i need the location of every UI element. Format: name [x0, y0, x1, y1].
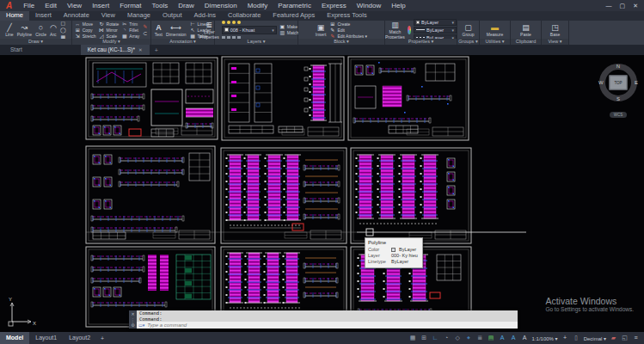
- command-options-icon[interactable]: ▭▾: [138, 322, 144, 328]
- annotation-scale-value[interactable]: 1:1/100% ▾: [532, 335, 558, 341]
- menu-help[interactable]: Help: [386, 0, 410, 11]
- menu-draw[interactable]: Draw: [173, 0, 199, 11]
- isodraft-icon[interactable]: ◇: [454, 332, 462, 344]
- circle-tool[interactable]: ○Circle: [35, 23, 46, 37]
- annotation-scale-icon[interactable]: A: [521, 332, 529, 344]
- menu-dimension[interactable]: Dimension: [199, 0, 242, 11]
- grid-icon[interactable]: ▦: [409, 332, 417, 344]
- viewcube-east[interactable]: E: [635, 80, 638, 85]
- close-command-icon[interactable]: ✕: [131, 311, 134, 316]
- panel-label-clipboard[interactable]: Clipboard: [511, 39, 541, 45]
- tab-home[interactable]: Home: [0, 11, 29, 21]
- autocad-logo[interactable]: A: [0, 0, 18, 11]
- close-icon[interactable]: ✕: [633, 3, 638, 9]
- panel-label-utilities[interactable]: Utilities ▾: [480, 39, 510, 45]
- create-block-tool[interactable]: ⊞Create: [329, 22, 367, 27]
- graphics-performance-icon[interactable]: ▰: [610, 332, 617, 344]
- menu-insert[interactable]: Insert: [87, 0, 114, 11]
- trim-tool[interactable]: ✂Trim: [121, 22, 139, 27]
- layout1-tab[interactable]: Layout1: [29, 332, 63, 344]
- layer-dropdown[interactable]: 008 - Khuat ▾: [222, 26, 277, 34]
- panel-label-draw[interactable]: Draw ▾: [0, 39, 71, 45]
- annotation-visibility-icon[interactable]: A: [499, 332, 506, 344]
- panel-label-modify[interactable]: Modify ▾: [72, 39, 150, 45]
- file-tab-start[interactable]: Start: [3, 45, 29, 55]
- snap-icon[interactable]: ⊞: [420, 332, 428, 344]
- panel-label-block[interactable]: Block ▾: [298, 39, 384, 45]
- scale-tool[interactable]: ◿Scale: [99, 34, 120, 39]
- viewcube-top-face[interactable]: TOP: [610, 76, 628, 90]
- dimension-tool[interactable]: ⟷Dimension: [166, 23, 187, 37]
- command-window[interactable]: ✕ ⋮ ⚙ Command: Command: ▭▾ Type a comman…: [129, 310, 518, 329]
- fillet-tool[interactable]: ◝Fillet: [121, 28, 139, 33]
- copy-tool[interactable]: ⊞Copy: [75, 28, 96, 33]
- annotation-autoscale-icon[interactable]: A: [510, 332, 518, 344]
- lineweight-icon[interactable]: ≣: [476, 332, 484, 344]
- panel-label-layers[interactable]: Layers ▾: [215, 39, 297, 45]
- minimize-icon[interactable]: —: [606, 3, 612, 9]
- panel-label-view[interactable]: View ▾: [542, 39, 568, 45]
- polyline-tool[interactable]: ↝Polyline: [17, 23, 33, 37]
- tab-addins[interactable]: Add-ins: [188, 11, 222, 21]
- measure-tool[interactable]: ▬Measure: [487, 23, 503, 37]
- new-drawing-icon[interactable]: +: [155, 46, 158, 55]
- stretch-tool[interactable]: ⇲Stretch: [75, 34, 96, 39]
- isolate-objects-icon[interactable]: ▯: [573, 332, 580, 344]
- menu-edit[interactable]: Edit: [40, 0, 62, 11]
- insert-tool[interactable]: ▣Insert: [316, 23, 327, 37]
- ortho-icon[interactable]: ∟: [432, 332, 439, 344]
- erase-icon[interactable]: ✎: [142, 23, 148, 29]
- layer-properties-tool[interactable]: ≣ LayerProperties: [199, 21, 219, 40]
- tab-express-tools[interactable]: Express Tools: [321, 11, 373, 21]
- tab-view[interactable]: View: [95, 11, 121, 21]
- customization-icon[interactable]: ≡: [632, 332, 640, 344]
- drawing-canvas[interactable]: YX N S W E TOP WCS Activate Windows Go t…: [0, 55, 644, 332]
- menu-tools[interactable]: Tools: [146, 0, 173, 11]
- ellipse-icon[interactable]: ◯: [60, 27, 66, 33]
- selection-cycling-icon[interactable]: ▤: [488, 332, 495, 344]
- color-wheel-icon[interactable]: [408, 26, 411, 34]
- line-tool[interactable]: ╱Line: [5, 23, 13, 37]
- viewcube[interactable]: N S W E TOP WCS: [598, 57, 639, 120]
- panel-label-properties[interactable]: Properties ▾: [385, 39, 457, 45]
- restore-icon[interactable]: ▢: [620, 3, 626, 9]
- close-tab-icon[interactable]: ✕: [138, 46, 143, 53]
- layer-state-icons[interactable]: [222, 21, 277, 24]
- layout2-tab[interactable]: Layout2: [63, 332, 96, 344]
- new-layout-icon[interactable]: +: [96, 335, 108, 341]
- file-tab-drawing[interactable]: Ket cau (KC-1...S)* ✕: [81, 45, 150, 55]
- menu-file[interactable]: File: [18, 0, 40, 11]
- menu-express[interactable]: Express: [316, 0, 352, 11]
- tab-featured-apps[interactable]: Featured Apps: [267, 11, 321, 21]
- units-dropdown[interactable]: Decimal ▾: [584, 335, 606, 341]
- menu-parametric[interactable]: Parametric: [273, 0, 316, 11]
- paste-tool[interactable]: ▤Paste: [520, 23, 531, 37]
- tab-manage[interactable]: Manage: [121, 11, 156, 21]
- edit-attributes-tool[interactable]: ✎Edit Attributes ▾: [329, 34, 367, 39]
- move-tool[interactable]: ↔Move: [75, 22, 96, 27]
- menu-modify[interactable]: Modify: [242, 0, 273, 11]
- match-properties-tool[interactable]: ▥ MatchProperties: [385, 21, 405, 40]
- edit-block-tool[interactable]: ✎Edit: [329, 28, 367, 33]
- text-tool[interactable]: AText: [155, 23, 163, 37]
- base-tool[interactable]: ◳Base: [550, 23, 560, 37]
- wrench-icon[interactable]: ⚙: [131, 322, 134, 328]
- clean-screen-icon[interactable]: ◱: [621, 332, 629, 344]
- viewcube-north[interactable]: N: [616, 64, 620, 69]
- mirror-tool[interactable]: ⋈Mirror: [99, 28, 120, 33]
- wcs-menu[interactable]: WCS: [610, 112, 628, 118]
- menu-window[interactable]: Window: [352, 0, 386, 11]
- arc-tool[interactable]: ◠Arc: [50, 23, 57, 37]
- menu-format[interactable]: Format: [114, 0, 146, 11]
- viewcube-south[interactable]: S: [616, 96, 620, 101]
- linetype-dropdown[interactable]: ByLayer▾: [414, 27, 457, 34]
- object-snap-icon[interactable]: ⌖: [465, 332, 473, 344]
- group-tool[interactable]: ▢Group: [463, 23, 475, 37]
- rectangle-icon[interactable]: ▢: [60, 20, 66, 26]
- panel-label-annotation[interactable]: Annotation ▾: [151, 39, 214, 45]
- menu-view[interactable]: View: [62, 0, 87, 11]
- plus-icon[interactable]: +: [561, 332, 569, 344]
- tab-collaborate[interactable]: Collaborate: [222, 11, 267, 21]
- command-window-grip[interactable]: ✕ ⋮ ⚙: [129, 310, 137, 329]
- polar-tracking-icon[interactable]: ◔: [443, 332, 451, 344]
